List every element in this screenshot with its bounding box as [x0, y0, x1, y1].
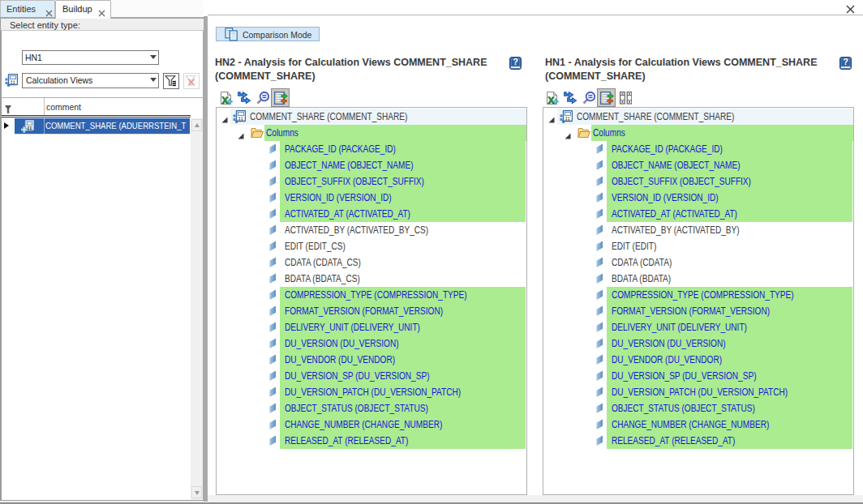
svg-text:?: ? [513, 57, 518, 66]
svg-text:?: ? [843, 57, 848, 66]
